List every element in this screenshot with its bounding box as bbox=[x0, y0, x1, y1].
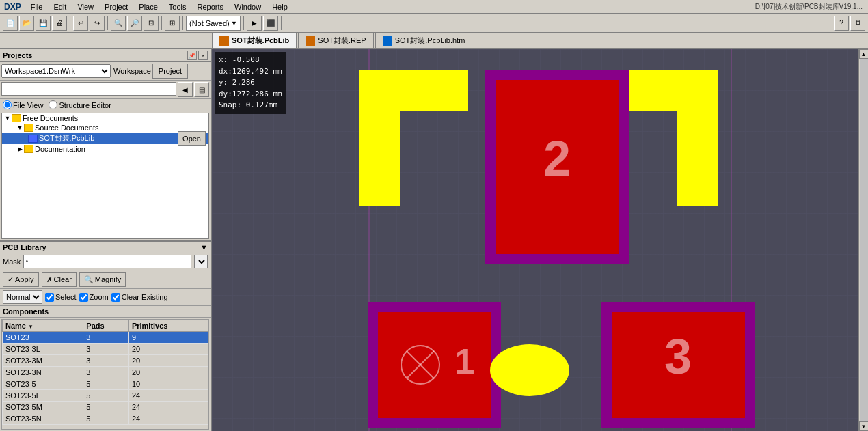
settings-icon[interactable]: ⚙ bbox=[850, 16, 865, 31]
zoom-fit-button[interactable]: ⊡ bbox=[144, 16, 159, 31]
expand-source-icon[interactable]: ▼ bbox=[16, 124, 24, 132]
scroll-track[interactable] bbox=[860, 59, 868, 421]
grid-button[interactable]: ⊞ bbox=[165, 16, 180, 31]
menu-help[interactable]: Help bbox=[267, 1, 293, 12]
table-row[interactable]: SOT23-5M 5 24 bbox=[3, 402, 208, 413]
view-buttons: ◀ ▤ bbox=[178, 82, 209, 97]
zoom-option[interactable]: Zoom bbox=[79, 293, 109, 302]
projects-pin-button[interactable]: 📌 bbox=[187, 51, 197, 60]
structure-editor-option[interactable]: Structure Editor bbox=[49, 100, 111, 109]
tab-rep[interactable]: SOT封装.REP bbox=[298, 33, 373, 48]
table-row[interactable]: SOT23-3M 3 20 bbox=[3, 355, 208, 367]
components-table[interactable]: Name ▼ Pads Primitives SOT23 3 9 SOT23-3… bbox=[1, 319, 209, 430]
mask-row: Mask ▼ bbox=[0, 253, 211, 270]
table-row[interactable]: SOT23-5L 5 24 bbox=[3, 390, 208, 402]
comp-name: SOT23-3N bbox=[3, 367, 83, 378]
nav-options-button[interactable]: ▤ bbox=[194, 82, 209, 97]
stop-button[interactable]: ⬛ bbox=[263, 16, 278, 31]
clear-button[interactable]: ✗ Clear bbox=[42, 272, 77, 287]
open-button[interactable]: 📂 bbox=[19, 16, 34, 31]
structure-editor-label: Structure Editor bbox=[59, 101, 111, 109]
tab-htm[interactable]: SOT封装.PcbLib.htm bbox=[375, 33, 473, 48]
nav-back-button[interactable]: ◀ bbox=[178, 82, 193, 97]
pcblib-header: PCB Library ▼ bbox=[0, 240, 211, 253]
app-logo: DXP bbox=[0, 2, 25, 12]
pcb-view[interactable]: x: -0.508 dx:1269.492 mm y: 2.286 dy:127… bbox=[212, 49, 858, 431]
col-name-header[interactable]: Name ▼ bbox=[3, 320, 83, 332]
table-row[interactable]: SOT23 3 9 bbox=[3, 332, 208, 344]
projects-close-button[interactable]: × bbox=[198, 51, 208, 60]
zoom-label: Zoom bbox=[90, 293, 109, 301]
print-button[interactable]: 🖨 bbox=[52, 16, 67, 31]
table-row[interactable]: SOT23-3N 3 20 bbox=[3, 367, 208, 378]
projects-controls: 📌 × bbox=[187, 51, 208, 60]
apply-label: Apply bbox=[15, 275, 34, 283]
workspace-dropdown[interactable]: Workspace1.DsnWrk bbox=[1, 64, 111, 78]
menu-edit[interactable]: Edit bbox=[48, 1, 72, 12]
zoom-in-button[interactable]: 🔍 bbox=[111, 16, 126, 31]
apply-checkmark-icon: ✓ bbox=[8, 275, 14, 284]
scroll-down-button[interactable]: ▼ bbox=[859, 421, 869, 431]
file-view-radio[interactable] bbox=[3, 100, 12, 109]
clear-existing-checkbox[interactable] bbox=[111, 293, 120, 302]
col-pads-header[interactable]: Pads bbox=[83, 320, 129, 332]
zoom-checkbox[interactable] bbox=[79, 293, 88, 302]
menu-place[interactable]: Place bbox=[133, 1, 163, 12]
save-button[interactable]: 💾 bbox=[36, 16, 51, 31]
file-view-option[interactable]: File View bbox=[3, 100, 43, 109]
mask-input[interactable] bbox=[23, 255, 191, 268]
expand-doc-icon[interactable]: ▶ bbox=[16, 145, 24, 153]
comp-name: SOT23-5 bbox=[3, 378, 83, 390]
comp-name: SOT23-3L bbox=[3, 344, 83, 355]
run-button[interactable]: ▶ bbox=[247, 16, 262, 31]
pad-3-label: 3 bbox=[664, 329, 692, 384]
table-row[interactable]: SOT23-5N 5 24 bbox=[3, 413, 208, 425]
tree-item-free-docs[interactable]: ▼ Free Documents bbox=[2, 113, 208, 123]
undo-button[interactable]: ↩ bbox=[73, 16, 88, 31]
tab-pcblib[interactable]: SOT封装.PcbLib bbox=[212, 33, 297, 48]
select-checkbox[interactable] bbox=[45, 293, 54, 302]
mask-dropdown[interactable]: ▼ bbox=[194, 255, 208, 268]
magnify-button[interactable]: 🔍 Magnify bbox=[79, 272, 126, 287]
pcblib-expand-icon[interactable]: ▼ bbox=[200, 243, 208, 251]
project-button[interactable]: Project bbox=[152, 64, 188, 79]
dropdown-arrow-icon: ▼ bbox=[231, 20, 237, 27]
toolbar-sep-6 bbox=[281, 16, 282, 30]
not-saved-dropdown[interactable]: (Not Saved) ▼ bbox=[186, 16, 241, 31]
project-search-input[interactable] bbox=[1, 82, 176, 96]
zoom-out-button[interactable]: 🔎 bbox=[127, 16, 142, 31]
source-folder-icon bbox=[24, 124, 33, 132]
menu-reports[interactable]: Reports bbox=[192, 1, 230, 12]
table-row[interactable]: SOT23-3L 3 20 bbox=[3, 344, 208, 355]
pad-oval bbox=[490, 344, 569, 396]
scroll-up-button[interactable]: ▲ bbox=[859, 49, 869, 59]
mask-label: Mask bbox=[3, 258, 21, 266]
redo-button[interactable]: ↪ bbox=[90, 16, 105, 31]
rep-tab-icon bbox=[306, 36, 315, 46]
pcblib-tab-icon bbox=[219, 36, 229, 46]
comp-pads: 3 bbox=[83, 367, 129, 378]
clear-existing-option[interactable]: Clear Existing bbox=[111, 293, 168, 302]
help-icon[interactable]: ? bbox=[834, 16, 849, 31]
menu-window[interactable]: Window bbox=[229, 1, 267, 12]
structure-editor-radio[interactable] bbox=[49, 100, 57, 109]
table-row[interactable]: SOT23-5 5 10 bbox=[3, 378, 208, 390]
menu-project[interactable]: Project bbox=[99, 1, 133, 12]
file-tree[interactable]: ▼ Free Documents ▼ Source Documents SOT封… bbox=[1, 113, 209, 239]
select-option[interactable]: Select bbox=[45, 293, 77, 302]
normal-dropdown[interactable]: Normal bbox=[3, 290, 42, 304]
apply-button[interactable]: ✓ Apply bbox=[3, 272, 39, 287]
new-button[interactable]: 📄 bbox=[3, 16, 18, 31]
comp-primitives: 10 bbox=[128, 378, 208, 390]
expand-icon[interactable]: ▼ bbox=[3, 114, 12, 122]
file-path: D:\[07]技术创新\PCB封装库V19.1... bbox=[755, 2, 868, 12]
menu-tools[interactable]: Tools bbox=[163, 1, 192, 12]
open-file-button[interactable]: Open bbox=[178, 131, 206, 146]
menu-file[interactable]: File bbox=[25, 1, 49, 12]
col-primitives-header[interactable]: Primitives bbox=[128, 320, 208, 332]
toolbar-sep-5 bbox=[243, 16, 244, 30]
comp-name: SOT23 bbox=[3, 332, 83, 344]
comp-pads: 3 bbox=[83, 355, 129, 367]
tree-item-pcblib[interactable]: SOT封装.PcbLib 📋 Open bbox=[2, 133, 208, 144]
menu-view[interactable]: View bbox=[72, 1, 99, 12]
